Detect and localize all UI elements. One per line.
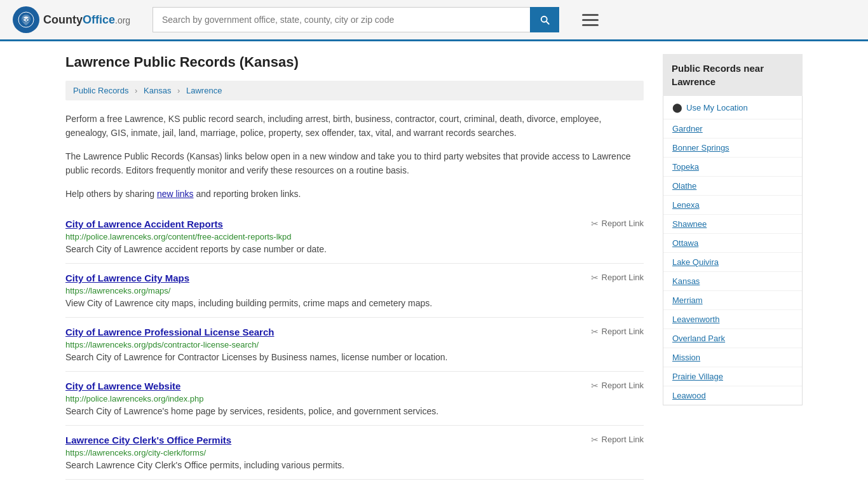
report-link-icon: ✂ xyxy=(591,273,599,283)
sidebar-content: ⬤ Use My Location GardnerBonner SpringsT… xyxy=(663,96,803,405)
report-link-icon: ✂ xyxy=(591,435,599,445)
sidebar-nearby-link[interactable]: Ottawa xyxy=(663,234,802,253)
logo-text: CountyOffice.org xyxy=(43,13,130,27)
breadcrumb-public-records[interactable]: Public Records xyxy=(73,86,128,95)
link-url: http://police.lawrenceks.org/index.php xyxy=(65,394,644,403)
link-item: City of Lawrence Accident Reports ✂ Repo… xyxy=(65,210,644,264)
sidebar-title: Public Records near Lawrence xyxy=(663,54,803,96)
link-description: Search City of Lawrence accident reports… xyxy=(65,244,644,254)
sidebar-nearby-link[interactable]: Olathe xyxy=(663,177,802,196)
link-url: https://lawrenceks.org/pds/contractor-li… xyxy=(65,340,644,349)
description-1: Perform a free Lawrence, KS public recor… xyxy=(65,112,644,140)
report-link-icon: ✂ xyxy=(591,219,599,229)
breadcrumb-lawrence[interactable]: Lawrence xyxy=(186,86,222,95)
sidebar-nearby-link[interactable]: Lake Quivira xyxy=(663,253,802,272)
sidebar-nearby-link[interactable]: Overland Park xyxy=(663,329,802,348)
link-list: City of Lawrence Accident Reports ✂ Repo… xyxy=(65,210,644,480)
link-item: Lawrence City Clerk's Office Permits ✂ R… xyxy=(65,426,644,480)
report-link-button[interactable]: ✂ Report Link xyxy=(591,435,644,445)
link-description: Search City of Lawrence's home page by s… xyxy=(65,406,644,416)
breadcrumb-sep-1: › xyxy=(135,86,137,95)
sidebar-nearby-link[interactable]: Kansas xyxy=(663,272,802,291)
link-description: View City of Lawrence city maps, includi… xyxy=(65,298,644,308)
sidebar-nearby-link[interactable]: Gardner xyxy=(663,119,802,139)
link-item: City of Lawrence City Maps ✂ Report Link… xyxy=(65,264,644,318)
report-link-label: Report Link xyxy=(602,327,644,336)
link-title[interactable]: City of Lawrence Accident Reports xyxy=(65,219,223,229)
sidebar-nearby-link[interactable]: Prairie Village xyxy=(663,367,802,386)
sidebar-nearby-link[interactable]: Mission xyxy=(663,348,802,367)
site-header: CO CountyOffice.org xyxy=(0,0,868,41)
new-links-link[interactable]: new links xyxy=(157,189,194,199)
sidebar-links-container: GardnerBonner SpringsTopekaOlatheLenexaS… xyxy=(663,119,802,405)
link-item: City of Lawrence Website ✂ Report Link h… xyxy=(65,372,644,426)
sidebar-nearby-link[interactable]: Lenexa xyxy=(663,196,802,215)
link-item-header: Lawrence City Clerk's Office Permits ✂ R… xyxy=(65,435,644,445)
search-area xyxy=(153,7,559,32)
link-title[interactable]: Lawrence City Clerk's Office Permits xyxy=(65,435,231,445)
link-item-header: City of Lawrence City Maps ✂ Report Link xyxy=(65,273,644,283)
link-description: Search Lawrence City Clerk's Office perm… xyxy=(65,460,644,470)
sidebar-nearby-link[interactable]: Leawood xyxy=(663,386,802,405)
link-item-header: City of Lawrence Accident Reports ✂ Repo… xyxy=(65,219,644,229)
report-link-label: Report Link xyxy=(602,435,644,444)
sidebar-nearby-link[interactable]: Leavenworth xyxy=(663,310,802,329)
link-description: Search City of Lawrence for Contractor L… xyxy=(65,352,644,362)
main-container: Lawrence Public Records (Kansas) Public … xyxy=(53,41,815,488)
page-title: Lawrence Public Records (Kansas) xyxy=(65,54,644,71)
menu-icon xyxy=(582,14,599,26)
link-title[interactable]: City of Lawrence Professional License Se… xyxy=(65,327,274,337)
logo-area: CO CountyOffice.org xyxy=(13,6,140,33)
report-link-button[interactable]: ✂ Report Link xyxy=(591,219,644,229)
description-2: The Lawrence Public Records (Kansas) lin… xyxy=(65,149,644,178)
report-link-button[interactable]: ✂ Report Link xyxy=(591,381,644,391)
sidebar-nearby-link[interactable]: Topeka xyxy=(663,158,802,177)
report-link-icon: ✂ xyxy=(591,381,599,391)
use-my-location-button[interactable]: ⬤ Use My Location xyxy=(663,96,802,119)
link-item-header: City of Lawrence Professional License Se… xyxy=(65,327,644,337)
link-url: https://lawrenceks.org/city-clerk/forms/ xyxy=(65,448,644,458)
logo-icon: CO xyxy=(13,6,39,33)
link-title[interactable]: City of Lawrence Website xyxy=(65,381,180,391)
sidebar-nearby-link[interactable]: Bonner Springs xyxy=(663,139,802,158)
sidebar: Public Records near Lawrence ⬤ Use My Lo… xyxy=(663,54,803,480)
report-link-button[interactable]: ✂ Report Link xyxy=(591,327,644,337)
report-link-label: Report Link xyxy=(602,381,644,390)
svg-text:CO: CO xyxy=(22,17,30,23)
sidebar-nearby-link[interactable]: Shawnee xyxy=(663,215,802,234)
use-my-location-label: Use My Location xyxy=(686,103,748,112)
report-link-label: Report Link xyxy=(602,273,644,282)
search-input[interactable] xyxy=(153,7,530,32)
link-title[interactable]: City of Lawrence City Maps xyxy=(65,273,189,283)
report-link-label: Report Link xyxy=(602,219,644,228)
content-area: Lawrence Public Records (Kansas) Public … xyxy=(65,54,644,480)
breadcrumb: Public Records › Kansas › Lawrence xyxy=(65,81,644,100)
search-icon xyxy=(539,14,550,25)
breadcrumb-sep-2: › xyxy=(177,86,180,95)
link-item: City of Lawrence Professional License Se… xyxy=(65,318,644,372)
report-link-icon: ✂ xyxy=(591,327,599,337)
description-3-pre: Help others by sharing xyxy=(65,189,157,199)
report-link-button[interactable]: ✂ Report Link xyxy=(591,273,644,283)
sidebar-nearby-link[interactable]: Merriam xyxy=(663,291,802,310)
link-url: https://lawrenceks.org/maps/ xyxy=(65,286,644,295)
hamburger-menu-button[interactable] xyxy=(578,10,602,30)
search-button[interactable] xyxy=(530,7,559,32)
description-3: Help others by sharing new links and rep… xyxy=(65,187,644,201)
description-3-post: and reporting broken links. xyxy=(194,189,301,199)
breadcrumb-kansas[interactable]: Kansas xyxy=(144,86,171,95)
link-url: http://police.lawrenceks.org/content/fre… xyxy=(65,232,644,241)
link-item-header: City of Lawrence Website ✂ Report Link xyxy=(65,381,644,391)
location-icon: ⬤ xyxy=(672,102,682,112)
